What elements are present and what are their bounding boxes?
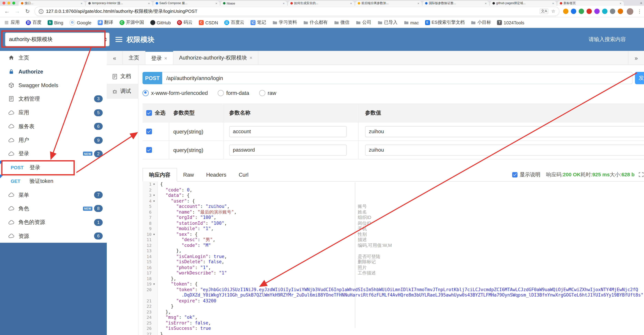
sidebar-item-菜单[interactable]: 菜单7: [0, 188, 107, 202]
gutter-cell[interactable]: 19▾: [142, 281, 158, 287]
close-window-icon[interactable]: [2, 2, 5, 4]
gutter-cell[interactable]: 3▾: [142, 193, 158, 198]
gutter-cell[interactable]: 17: [142, 270, 158, 276]
fold-icon[interactable]: ▾: [152, 198, 156, 204]
response-tab-响应内容[interactable]: 响应内容: [142, 168, 177, 182]
sidebar-item-角色的资源[interactable]: 角色的资源1: [0, 216, 107, 229]
mini-tab-文档[interactable]: 文档: [107, 69, 138, 84]
bookmark-item[interactable]: G码云: [177, 19, 192, 26]
gutter-cell[interactable]: 11: [142, 237, 158, 242]
bookmark-item[interactable]: 微信: [334, 19, 350, 26]
param-value-input[interactable]: [365, 126, 644, 137]
param-checkbox[interactable]: [146, 147, 152, 153]
bookmark-item[interactable]: T1024Tools: [497, 20, 524, 25]
bookmark-item[interactable]: CCSDN: [199, 20, 218, 25]
tab-close-icon[interactable]: ×: [216, 2, 217, 5]
sidebar-item-角色[interactable]: 角色NEW8: [0, 202, 107, 216]
browser-tab[interactable]: hbase×: [220, 1, 287, 6]
gutter-cell[interactable]: 7: [142, 215, 158, 220]
param-value-input[interactable]: [365, 144, 644, 156]
sidebar-item-主页[interactable]: 主页: [0, 51, 107, 65]
extension-icon[interactable]: [610, 9, 615, 14]
bookmark-item[interactable]: 记笔记: [250, 19, 266, 26]
browser-tab[interactable]: 如何生成安全的...×: [288, 1, 354, 6]
bookmark-item[interactable]: mac: [404, 20, 419, 25]
gutter-cell[interactable]: 13: [142, 248, 158, 254]
param-name-input[interactable]: [229, 126, 347, 137]
browser-tab[interactable]: 接口...×: [18, 1, 85, 6]
response-tab-Raw[interactable]: Raw: [177, 168, 200, 181]
bookmark-item[interactable]: EES搜索引擎文档: [425, 19, 465, 26]
show-desc-checkbox[interactable]: [512, 172, 518, 177]
fold-icon[interactable]: ▾: [152, 232, 156, 237]
response-tab-Headers[interactable]: Headers: [200, 168, 232, 181]
gutter-cell[interactable]: 10▾: [142, 232, 158, 237]
bookmark-item[interactable]: 公司: [356, 19, 371, 26]
forward-icon[interactable]: →: [14, 8, 20, 14]
gutter-cell[interactable]: 8: [142, 220, 158, 226]
bookmark-item[interactable]: 学习资料: [272, 19, 297, 26]
tab-close-icon[interactable]: ×: [148, 2, 150, 5]
browser-tab[interactable]: github pages绑定域...×: [490, 1, 556, 6]
gutter-cell[interactable]: 27: [142, 332, 158, 335]
browser-tab[interactable]: temporary-Interior 接...×: [86, 1, 152, 6]
minimize-window-icon[interactable]: [8, 2, 10, 4]
tab-close-icon[interactable]: ×: [620, 2, 622, 5]
bookmark-star-icon[interactable]: ☆: [551, 9, 555, 14]
tab-close-icon[interactable]: ×: [552, 2, 554, 5]
gutter-cell[interactable]: 2: [142, 187, 158, 193]
gutter-cell[interactable]: 9: [142, 226, 158, 232]
bookmark-item[interactable]: 云百度云: [224, 19, 244, 26]
extension-icon[interactable]: [586, 9, 592, 14]
tab-close-icon[interactable]: ×: [81, 2, 82, 5]
reload-icon[interactable]: ↻: [24, 8, 31, 14]
back-icon[interactable]: ←: [4, 8, 10, 14]
gutter-cell[interactable]: 26: [142, 326, 158, 331]
browser-tab[interactable]: 前后端分离参数加...×: [355, 1, 422, 6]
tab-close-icon[interactable]: ×: [350, 2, 352, 5]
gutter-cell[interactable]: 1▾: [142, 182, 158, 187]
content-type-option[interactable]: x-www-form-urlencoded: [142, 90, 208, 96]
radio-icon[interactable]: [259, 90, 265, 96]
sidebar-item-Swagger Models[interactable]: Swagger Models: [0, 78, 107, 92]
doc-tab-登录[interactable]: 登录×: [146, 51, 173, 64]
bookmark-item[interactable]: 小目标: [471, 19, 491, 26]
extension-icon[interactable]: [618, 9, 623, 14]
param-checkbox[interactable]: [146, 128, 152, 134]
profile-avatar[interactable]: [627, 8, 633, 14]
address-bar[interactable]: 127.0.0.1:8760/api/gate/doc.html#/author…: [34, 6, 559, 16]
gutter-cell[interactable]: 20: [142, 287, 158, 292]
browser-tab[interactable]: SaaS Compose 服...×: [153, 1, 220, 6]
tab-close-icon[interactable]: ×: [485, 2, 487, 5]
close-tab-icon[interactable]: ×: [164, 55, 167, 61]
zoom-window-icon[interactable]: [12, 2, 15, 4]
bookmark-item[interactable]: bBing: [48, 20, 63, 25]
extension-icon[interactable]: [563, 9, 568, 14]
new-tab-icon[interactable]: +: [638, 1, 644, 5]
content-type-option[interactable]: form-data: [218, 90, 249, 96]
extension-icon[interactable]: [594, 9, 600, 14]
sidebar-api-post-登录[interactable]: POST登录: [0, 160, 107, 174]
radio-icon[interactable]: [142, 90, 149, 96]
extension-icon[interactable]: [579, 9, 584, 14]
select-all-checkbox[interactable]: [146, 110, 152, 116]
module-select[interactable]: authority-权限模块: [5, 32, 110, 46]
menu-toggle-icon[interactable]: [116, 36, 122, 43]
gutter-cell[interactable]: [142, 292, 158, 298]
extension-icon[interactable]: [602, 9, 608, 14]
translate-icon[interactable]: 文A: [540, 9, 548, 14]
request-url-input[interactable]: /api/authority/anno/login: [162, 72, 632, 84]
fold-icon[interactable]: ▾: [152, 193, 156, 198]
gutter-cell[interactable]: 5: [142, 204, 158, 209]
response-tab-Curl[interactable]: Curl: [232, 168, 254, 181]
fold-icon[interactable]: ▾: [152, 182, 156, 187]
gutter-cell[interactable]: 22: [142, 304, 158, 309]
bookmark-item[interactable]: 应用: [4, 19, 20, 26]
gutter-cell[interactable]: 24: [142, 315, 158, 320]
sidebar-item-服务表[interactable]: 服务表6: [0, 120, 107, 133]
gutter-cell[interactable]: 23: [142, 309, 158, 315]
bookmark-item[interactable]: 百百度: [26, 19, 42, 26]
bookmark-item[interactable]: C开源中国: [119, 19, 144, 26]
gutter-cell[interactable]: 4▾: [142, 198, 158, 204]
gutter-cell[interactable]: 16: [142, 265, 158, 270]
